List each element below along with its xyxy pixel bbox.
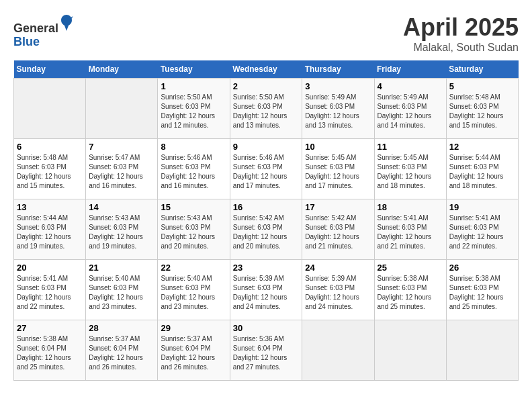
calendar-cell: 16Sunrise: 5:42 AM Sunset: 6:03 PM Dayli… <box>230 199 302 260</box>
day-info: Sunrise: 5:45 AM Sunset: 6:03 PM Dayligh… <box>305 153 371 191</box>
header-sunday: Sunday <box>14 60 86 79</box>
calendar-cell: 17Sunrise: 5:42 AM Sunset: 6:03 PM Dayli… <box>302 199 374 260</box>
day-info: Sunrise: 5:38 AM Sunset: 6:03 PM Dayligh… <box>449 274 515 312</box>
calendar-cell: 28Sunrise: 5:37 AM Sunset: 6:04 PM Dayli… <box>86 320 158 381</box>
calendar-cell: 21Sunrise: 5:40 AM Sunset: 6:03 PM Dayli… <box>86 260 158 320</box>
day-info: Sunrise: 5:50 AM Sunset: 6:03 PM Dayligh… <box>233 93 300 130</box>
calendar-cell: 8Sunrise: 5:46 AM Sunset: 6:03 PM Daylig… <box>158 139 230 199</box>
logo-blue: Blue <box>13 36 73 49</box>
day-number: 29 <box>161 323 226 333</box>
day-info: Sunrise: 5:49 AM Sunset: 6:03 PM Dayligh… <box>378 93 443 130</box>
day-number: 11 <box>378 142 443 152</box>
logo-general: General <box>13 13 73 36</box>
day-info: Sunrise: 5:41 AM Sunset: 6:03 PM Dayligh… <box>378 214 443 251</box>
calendar-cell: 7Sunrise: 5:47 AM Sunset: 6:03 PM Daylig… <box>86 139 158 199</box>
calendar-cell: 18Sunrise: 5:41 AM Sunset: 6:03 PM Dayli… <box>374 199 446 260</box>
calendar-cell <box>446 320 518 381</box>
calendar-cell: 30Sunrise: 5:36 AM Sunset: 6:04 PM Dayli… <box>230 320 302 381</box>
month-title: April 2025 <box>403 13 519 42</box>
calendar-cell: 26Sunrise: 5:38 AM Sunset: 6:03 PM Dayli… <box>446 260 518 320</box>
day-number: 9 <box>233 142 300 152</box>
day-number: 20 <box>17 263 83 273</box>
day-info: Sunrise: 5:37 AM Sunset: 6:04 PM Dayligh… <box>89 334 154 372</box>
calendar-cell: 6Sunrise: 5:48 AM Sunset: 6:03 PM Daylig… <box>14 139 86 199</box>
calendar-cell <box>302 320 374 381</box>
header-monday: Monday <box>86 60 158 79</box>
calendar-header-row: SundayMondayTuesdayWednesdayThursdayFrid… <box>14 60 519 79</box>
calendar-cell: 15Sunrise: 5:43 AM Sunset: 6:03 PM Dayli… <box>158 199 230 260</box>
header-thursday: Thursday <box>302 60 374 79</box>
day-number: 22 <box>161 263 226 273</box>
day-info: Sunrise: 5:39 AM Sunset: 6:03 PM Dayligh… <box>233 274 300 312</box>
day-info: Sunrise: 5:45 AM Sunset: 6:03 PM Dayligh… <box>378 153 443 191</box>
day-info: Sunrise: 5:46 AM Sunset: 6:03 PM Dayligh… <box>161 153 226 191</box>
day-info: Sunrise: 5:42 AM Sunset: 6:03 PM Dayligh… <box>305 214 371 251</box>
logo: General Blue <box>13 13 73 49</box>
header-wednesday: Wednesday <box>230 60 302 79</box>
calendar-cell: 2Sunrise: 5:50 AM Sunset: 6:03 PM Daylig… <box>230 79 302 139</box>
day-number: 21 <box>89 263 154 273</box>
day-number: 27 <box>17 323 83 333</box>
day-number: 24 <box>305 263 371 273</box>
calendar-cell: 24Sunrise: 5:39 AM Sunset: 6:03 PM Dayli… <box>302 260 374 320</box>
calendar-cell: 9Sunrise: 5:46 AM Sunset: 6:03 PM Daylig… <box>230 139 302 199</box>
calendar-cell: 10Sunrise: 5:45 AM Sunset: 6:03 PM Dayli… <box>302 139 374 199</box>
day-info: Sunrise: 5:39 AM Sunset: 6:03 PM Dayligh… <box>305 274 371 312</box>
day-info: Sunrise: 5:44 AM Sunset: 6:03 PM Dayligh… <box>449 153 515 191</box>
day-number: 15 <box>161 202 226 212</box>
calendar-cell: 20Sunrise: 5:41 AM Sunset: 6:03 PM Dayli… <box>14 260 86 320</box>
day-number: 10 <box>305 142 371 152</box>
day-info: Sunrise: 5:49 AM Sunset: 6:03 PM Dayligh… <box>305 93 371 130</box>
logo-bird-icon <box>60 13 73 32</box>
calendar-cell: 4Sunrise: 5:49 AM Sunset: 6:03 PM Daylig… <box>374 79 446 139</box>
page-header: General Blue April 2025 Malakal, South S… <box>13 13 519 54</box>
day-number: 8 <box>161 142 226 152</box>
day-info: Sunrise: 5:50 AM Sunset: 6:03 PM Dayligh… <box>161 93 226 130</box>
day-info: Sunrise: 5:48 AM Sunset: 6:03 PM Dayligh… <box>449 93 515 130</box>
header-tuesday: Tuesday <box>158 60 230 79</box>
day-number: 25 <box>378 263 443 273</box>
day-info: Sunrise: 5:38 AM Sunset: 6:03 PM Dayligh… <box>378 274 443 312</box>
calendar-cell: 13Sunrise: 5:44 AM Sunset: 6:03 PM Dayli… <box>14 199 86 260</box>
day-info: Sunrise: 5:41 AM Sunset: 6:03 PM Dayligh… <box>449 214 515 251</box>
calendar-cell <box>86 79 158 139</box>
calendar-cell: 11Sunrise: 5:45 AM Sunset: 6:03 PM Dayli… <box>374 139 446 199</box>
day-info: Sunrise: 5:36 AM Sunset: 6:04 PM Dayligh… <box>233 334 300 372</box>
calendar-cell: 3Sunrise: 5:49 AM Sunset: 6:03 PM Daylig… <box>302 79 374 139</box>
calendar-table: SundayMondayTuesdayWednesdayThursdayFrid… <box>13 60 519 381</box>
day-number: 16 <box>233 202 300 212</box>
day-info: Sunrise: 5:40 AM Sunset: 6:03 PM Dayligh… <box>161 274 226 312</box>
calendar-cell: 27Sunrise: 5:38 AM Sunset: 6:04 PM Dayli… <box>14 320 86 381</box>
day-number: 30 <box>233 323 300 333</box>
week-row-3: 13Sunrise: 5:44 AM Sunset: 6:03 PM Dayli… <box>14 199 519 260</box>
header-saturday: Saturday <box>446 60 518 79</box>
day-number: 2 <box>233 81 300 91</box>
calendar-cell: 14Sunrise: 5:43 AM Sunset: 6:03 PM Dayli… <box>86 199 158 260</box>
day-info: Sunrise: 5:48 AM Sunset: 6:03 PM Dayligh… <box>17 153 83 191</box>
day-number: 18 <box>378 202 443 212</box>
calendar-cell: 5Sunrise: 5:48 AM Sunset: 6:03 PM Daylig… <box>446 79 518 139</box>
calendar-cell: 1Sunrise: 5:50 AM Sunset: 6:03 PM Daylig… <box>158 79 230 139</box>
week-row-2: 6Sunrise: 5:48 AM Sunset: 6:03 PM Daylig… <box>14 139 519 199</box>
day-info: Sunrise: 5:43 AM Sunset: 6:03 PM Dayligh… <box>89 214 154 251</box>
day-number: 14 <box>89 202 154 212</box>
calendar-cell: 19Sunrise: 5:41 AM Sunset: 6:03 PM Dayli… <box>446 199 518 260</box>
day-number: 6 <box>17 142 83 152</box>
day-number: 26 <box>449 263 515 273</box>
calendar-cell: 25Sunrise: 5:38 AM Sunset: 6:03 PM Dayli… <box>374 260 446 320</box>
day-info: Sunrise: 5:37 AM Sunset: 6:04 PM Dayligh… <box>161 334 226 372</box>
day-info: Sunrise: 5:43 AM Sunset: 6:03 PM Dayligh… <box>161 214 226 251</box>
week-row-4: 20Sunrise: 5:41 AM Sunset: 6:03 PM Dayli… <box>14 260 519 320</box>
calendar-cell: 12Sunrise: 5:44 AM Sunset: 6:03 PM Dayli… <box>446 139 518 199</box>
logo-text: General Blue <box>13 13 73 49</box>
day-number: 17 <box>305 202 371 212</box>
day-number: 4 <box>378 81 443 91</box>
day-number: 12 <box>449 142 515 152</box>
day-number: 19 <box>449 202 515 212</box>
day-info: Sunrise: 5:47 AM Sunset: 6:03 PM Dayligh… <box>89 153 154 191</box>
day-info: Sunrise: 5:42 AM Sunset: 6:03 PM Dayligh… <box>233 214 300 251</box>
day-info: Sunrise: 5:38 AM Sunset: 6:04 PM Dayligh… <box>17 334 83 372</box>
calendar-cell: 22Sunrise: 5:40 AM Sunset: 6:03 PM Dayli… <box>158 260 230 320</box>
day-number: 13 <box>17 202 83 212</box>
week-row-5: 27Sunrise: 5:38 AM Sunset: 6:04 PM Dayli… <box>14 320 519 381</box>
